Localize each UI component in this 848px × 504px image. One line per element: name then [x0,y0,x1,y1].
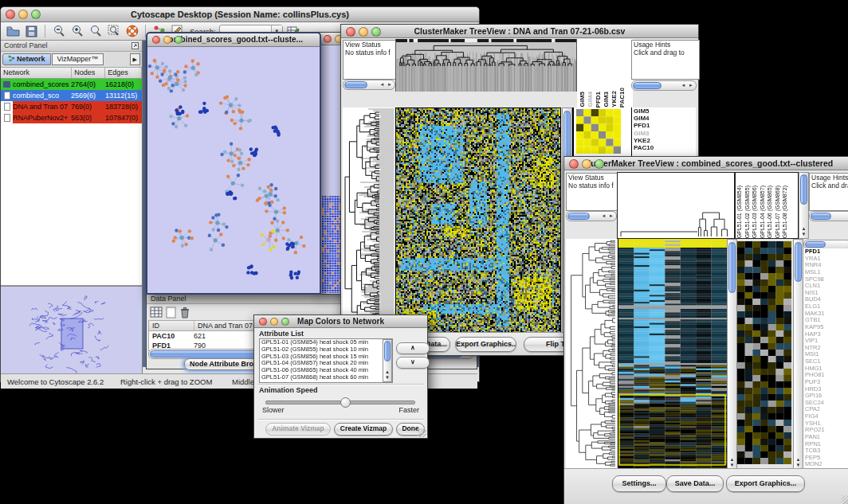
gene-column-label[interactable]: GIM5 [579,92,587,107]
column-labels-vscrollbar[interactable]: ▲▼ [799,172,809,239]
treeview1-title-bar[interactable]: ClusterMaker TreeView : DNA and Tran 07-… [341,25,698,38]
network-table-row[interactable]: RNAPuberNov2+ 563(0) 107847(0) [1,112,142,123]
scroll-arrows[interactable]: ▲▼ [799,226,808,237]
window-controls[interactable] [152,36,183,44]
view-status-scrollbar[interactable]: ◄ ► [566,211,617,221]
minimize-icon[interactable] [163,36,171,44]
close-icon[interactable] [569,159,579,169]
zoom-window-icon[interactable] [175,36,183,44]
scroll-arrows[interactable]: ◄ ► [681,81,694,90]
zoom-selected-button[interactable] [88,24,103,39]
save-button[interactable] [24,24,39,39]
animation-speed-slider[interactable] [265,400,415,404]
help-button[interactable] [124,24,139,39]
zoom-fit-button[interactable] [106,24,121,39]
zoom-in-button[interactable] [69,24,84,39]
close-icon[interactable] [346,27,355,37]
animate-vizmap-button[interactable]: Animate Vizmap [265,423,331,436]
zoom-window-icon[interactable] [371,27,381,37]
gene-row-label[interactable]: GIM4 [632,115,696,122]
export-graphics-button[interactable]: Export Graphics... [726,475,805,492]
scroll-thumb[interactable] [344,81,367,88]
scroll-arrows[interactable]: ▲▼ [728,457,736,468]
id-column-header[interactable]: ID [149,321,194,330]
attribute-list-scrollbar[interactable]: ▲▼ [383,339,392,382]
network-table-row[interactable]: combined_sco 2569(6) 13112(15) [1,90,142,101]
network-canvas[interactable] [147,47,316,291]
gene-row-label[interactable]: GIM3 [632,130,696,137]
network-table-row[interactable]: DNA and Tran 07 769(0) 183728(0) [1,101,142,112]
usage-hints-scrollbar[interactable]: ◄ ► [631,80,697,91]
minimize-icon[interactable] [270,318,278,326]
close-icon[interactable] [6,10,15,19]
treeview2-gene-list[interactable]: PFD1YRA1RNR4MSL1SPC98CLN1NIS1BUD4ELG1MAK… [803,248,848,468]
close-icon[interactable] [259,318,267,326]
main-title-bar[interactable]: Cytoscape Desktop (Session Name: collins… [1,7,479,22]
attribute-listbox[interactable]: GPL51-01 (GSM854) heat shock 05 minGPL51… [259,338,393,383]
float-panel-icon[interactable] [132,42,139,49]
gene-column-label[interactable]: PFD1 [595,92,603,107]
array-column-label[interactable]: GPL51-08 (GSM872) [781,186,789,238]
column-header-network[interactable]: Network [1,68,72,78]
array-column-label[interactable]: GPL51-01 (GSM854) [736,186,744,238]
window-controls[interactable] [259,318,289,326]
zoom-window-icon[interactable] [31,10,41,19]
open-file-button[interactable] [6,24,21,39]
window-controls[interactable] [569,159,604,169]
tab-vizmapper[interactable]: VizMapper™ [52,53,104,65]
zoom-out-button[interactable] [51,24,66,39]
scroll-thumb[interactable] [633,82,662,89]
scroll-thumb[interactable] [728,242,736,293]
gene-row-label[interactable]: GIM5 [632,107,696,115]
network-table-row[interactable]: combined_scores 2764(0) 16218(0) [1,79,142,90]
move-up-button[interactable]: ∧ [396,342,430,354]
treeview2-heatmap-vscrollbar[interactable]: ▲▼ [727,239,737,470]
new-attribute-icon[interactable] [166,307,176,318]
row-dendrogram-canvas[interactable] [566,239,617,468]
treeview2-column-labels[interactable]: GPL51-01 (GSM854)GPL51-02 (GSM855)GPL51-… [735,172,799,239]
save-data-button[interactable]: Save Data... [666,475,724,492]
slider-thumb[interactable] [340,397,351,408]
treeview1-heatmap-canvas[interactable] [395,107,561,334]
scroll-thumb[interactable] [795,242,802,282]
network-window-title-bar[interactable]: combined_scores_good.txt--cluste... [147,33,320,47]
gene-column-label[interactable]: GIM3 [603,92,610,107]
settings-button[interactable]: Settings... [612,475,666,492]
scroll-arrows[interactable]: ▲▼ [383,369,391,381]
row-dendrogram-canvas[interactable] [343,107,394,332]
overview-canvas[interactable] [1,287,141,374]
scroll-arrows[interactable]: ◄ ► [601,212,614,221]
gene-column-label[interactable]: PAC10 [618,88,626,107]
resize-grip[interactable] [418,428,426,437]
column-dendrogram-canvas[interactable] [617,172,735,239]
gene-column-label[interactable]: YKE2 [610,91,618,107]
gene-column-label[interactable]: GIM4 [587,92,595,107]
network-overview-panel[interactable] [1,286,142,376]
window-controls[interactable] [6,10,41,19]
secondary-heatmap-canvas[interactable] [737,241,791,464]
mini-heatmap-canvas[interactable] [576,109,621,154]
create-vizmap-button[interactable]: Create Vizmap [334,423,393,436]
zoom-window-icon[interactable] [281,318,289,326]
scroll-thumb[interactable] [384,341,391,361]
treeview2-title-bar[interactable]: ClusterMaker TreeView : combined_scores_… [564,157,848,170]
array-column-label[interactable]: GPL51-03 (GSM856) [751,186,759,238]
gene-row-label[interactable]: YKE2 [632,137,696,144]
usage-hints-scrollbar[interactable] [809,211,848,221]
gene-row-label[interactable]: PAC10 [632,144,696,151]
treeview2-heatmap-canvas[interactable] [618,239,727,468]
tab-overflow-button[interactable]: ▶ [130,53,140,65]
scroll-thumb[interactable] [567,213,590,220]
close-icon[interactable] [324,35,332,43]
column-header-nodes[interactable]: Nodes [72,68,105,78]
select-attributes-icon[interactable] [150,307,163,318]
gene-row-label[interactable]: PFD1 [632,122,696,129]
array-column-label[interactable]: GPL51-06 (GSM865) [766,186,774,238]
view-status-scrollbar[interactable]: ◄ ► [343,80,395,90]
move-down-button[interactable]: ∨ [396,357,430,369]
attribute-item[interactable]: GPL51-07 (GSM868) heat shock 60 min [260,374,392,381]
secondary-heatmap-vscrollbar[interactable]: ▲▼ [793,239,803,470]
export-graphics-button[interactable]: Export Graphics... [455,337,516,352]
minimize-icon[interactable] [359,27,368,37]
array-column-label[interactable]: GPL51-04 (GSM857) [759,186,767,238]
